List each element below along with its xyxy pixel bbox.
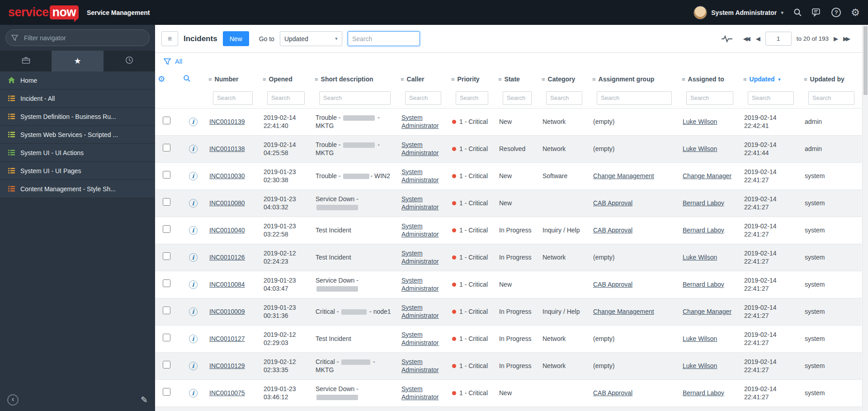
info-icon[interactable]: i — [189, 389, 198, 397]
row-checkbox[interactable] — [163, 144, 170, 151]
column-header-category[interactable]: ≡Category — [539, 70, 590, 88]
info-icon[interactable]: i — [189, 199, 198, 208]
tab-all-applications[interactable] — [0, 51, 52, 71]
incident-number-link[interactable]: INC0010129 — [209, 362, 245, 369]
assignment-group-link[interactable]: CAB Approval — [593, 199, 632, 207]
column-header-caller[interactable]: ≡Caller — [398, 70, 448, 88]
filter-navigator-input[interactable] — [5, 29, 150, 46]
column-menu-icon[interactable]: ≡ — [401, 76, 404, 83]
column-menu-icon[interactable]: ≡ — [263, 76, 266, 83]
info-icon[interactable]: i — [189, 226, 198, 235]
assigned-to-link[interactable]: Bernard Laboy — [683, 227, 724, 234]
sidebar-item-system-ui-ui-pages[interactable]: System UI - UI Pages — [0, 162, 155, 180]
assignment-group-link[interactable]: Change Management — [593, 308, 654, 315]
breadcrumb-all[interactable]: All — [175, 58, 182, 65]
info-icon[interactable]: i — [189, 172, 198, 180]
column-search-short_description[interactable] — [319, 91, 391, 105]
caller-link[interactable]: System Administrator — [401, 250, 439, 265]
column-search-number[interactable] — [213, 91, 253, 105]
column-header-priority[interactable]: ≡Priority — [448, 70, 495, 88]
info-icon[interactable]: i — [189, 145, 198, 153]
caller-link[interactable]: System Administrator — [401, 385, 439, 401]
column-header-assigned_to[interactable]: ≡Assigned to — [679, 70, 741, 88]
caller-link[interactable]: System Administrator — [401, 141, 439, 156]
column-search-state[interactable] — [503, 91, 532, 105]
assigned-to-link[interactable]: Bernard Laboy — [683, 389, 724, 397]
caller-link[interactable]: System Administrator — [401, 222, 439, 238]
assigned-to-link[interactable]: Change Manager — [683, 308, 731, 315]
assigned-to-link[interactable]: Luke Wilson — [683, 118, 717, 125]
sidebar-item-content-management-style-sh[interactable]: Content Management - Style Sh... — [0, 180, 155, 198]
assigned-to-link[interactable]: Luke Wilson — [683, 145, 717, 152]
assigned-to-link[interactable]: Luke Wilson — [683, 254, 717, 261]
column-menu-icon[interactable]: ≡ — [451, 76, 455, 83]
next-page-icon[interactable]: ▶ — [834, 35, 838, 42]
sidebar-item-incident-all[interactable]: Incident - All — [0, 90, 155, 108]
list-search-input[interactable] — [348, 31, 420, 46]
list-column-search-icon[interactable] — [183, 75, 191, 82]
activity-stream-icon[interactable] — [721, 35, 733, 43]
column-menu-icon[interactable]: ≡ — [315, 76, 318, 83]
info-icon[interactable]: i — [189, 307, 198, 316]
goto-field-select[interactable]: Updated ▾ — [280, 31, 342, 46]
incident-number-link[interactable]: INC0010126 — [209, 254, 245, 261]
caller-link[interactable]: System Administrator — [401, 331, 439, 346]
gear-icon[interactable]: ⚙ — [851, 8, 860, 18]
assignment-group-link[interactable]: CAB Approval — [593, 281, 632, 288]
column-header-assignment_group[interactable]: ≡Assignment group — [590, 70, 679, 88]
incident-number-link[interactable]: INC0010080 — [209, 199, 245, 207]
column-search-assigned_to[interactable] — [686, 91, 733, 105]
assignment-group-link[interactable]: CAB Approval — [593, 227, 632, 234]
column-menu-icon[interactable]: ≡ — [682, 76, 685, 83]
column-header-updated_by[interactable]: ≡Updated by — [801, 70, 862, 88]
incident-number-link[interactable]: INC0010009 — [209, 308, 245, 315]
assigned-to-link[interactable]: Luke Wilson — [683, 335, 717, 342]
global-search-icon[interactable] — [793, 8, 802, 17]
row-checkbox[interactable] — [163, 252, 170, 260]
row-checkbox[interactable] — [163, 334, 170, 341]
assigned-to-link[interactable]: Bernard Laboy — [683, 199, 724, 207]
tab-favorites[interactable]: ★ — [52, 51, 103, 71]
assignment-group-link[interactable]: CAB Approval — [593, 389, 632, 397]
assigned-to-link[interactable]: Bernard Laboy — [683, 281, 724, 288]
assigned-to-link[interactable]: Luke Wilson — [683, 362, 717, 369]
column-menu-icon[interactable]: ≡ — [498, 76, 502, 83]
row-checkbox[interactable] — [163, 279, 170, 287]
edit-favorites-icon[interactable]: ✎ — [141, 395, 148, 405]
caller-link[interactable]: System Administrator — [401, 114, 439, 129]
tab-history[interactable] — [104, 51, 155, 71]
column-menu-icon[interactable]: ≡ — [592, 76, 596, 83]
vertical-scrollbar[interactable] — [862, 25, 868, 411]
caller-link[interactable]: System Administrator — [401, 277, 439, 292]
column-search-updated[interactable] — [748, 91, 794, 105]
incident-number-link[interactable]: INC0010075 — [209, 389, 245, 397]
column-search-category[interactable] — [546, 91, 582, 105]
servicenow-logo[interactable]: service now — [8, 5, 79, 19]
row-checkbox[interactable] — [163, 225, 170, 233]
new-button[interactable]: New — [223, 31, 249, 46]
column-header-short_description[interactable]: ≡Short description — [312, 70, 398, 88]
collapse-sidebar-icon[interactable]: ‹ — [7, 394, 19, 406]
column-search-updated_by[interactable] — [808, 91, 854, 105]
chat-icon[interactable] — [812, 8, 821, 17]
page-row-input[interactable] — [765, 32, 792, 46]
incident-number-link[interactable]: INC0010030 — [209, 172, 245, 180]
incident-number-link[interactable]: INC0010127 — [209, 335, 245, 342]
user-menu[interactable]: System Administrator ▾ — [693, 6, 783, 19]
info-icon[interactable]: i — [189, 280, 198, 289]
column-header-number[interactable]: ≡Number — [206, 70, 260, 88]
row-checkbox[interactable] — [163, 388, 170, 396]
info-icon[interactable]: i — [189, 253, 198, 262]
column-menu-icon[interactable]: ≡ — [208, 76, 212, 83]
previous-page-icon[interactable]: ◀ — [756, 35, 760, 42]
column-search-assignment_group[interactable] — [597, 91, 672, 105]
sidebar-item-system-web-services-scripted[interactable]: System Web Services - Scripted ... — [0, 126, 155, 144]
caller-link[interactable]: System Administrator — [401, 304, 439, 319]
info-icon[interactable]: i — [189, 118, 198, 126]
incident-number-link[interactable]: INC0010084 — [209, 281, 245, 288]
row-checkbox[interactable] — [163, 361, 170, 368]
column-menu-icon[interactable]: ≡ — [804, 76, 807, 83]
column-search-opened[interactable] — [267, 91, 305, 105]
assignment-group-link[interactable]: Change Management — [593, 172, 654, 180]
info-icon[interactable]: i — [189, 362, 198, 370]
